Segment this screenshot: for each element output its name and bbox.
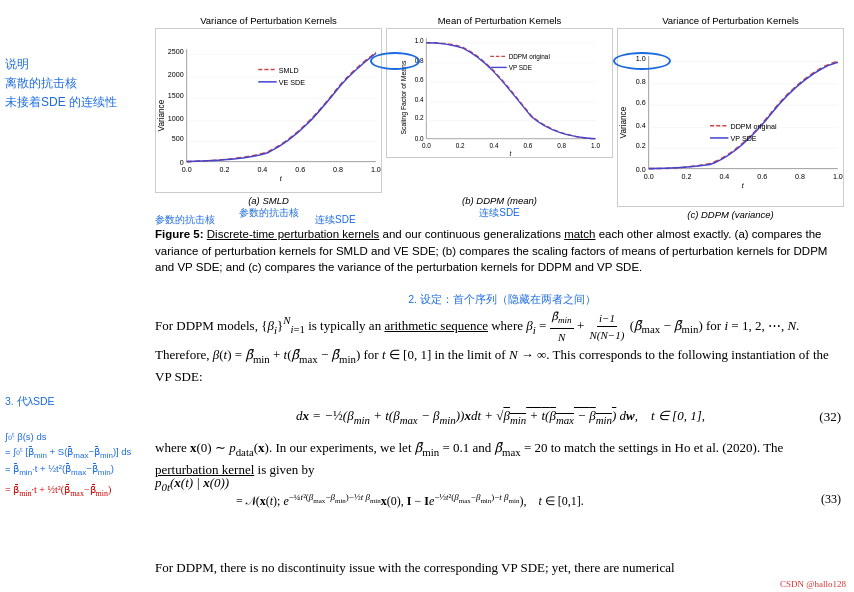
svg-text:0.4: 0.4 (490, 142, 499, 149)
annotation-line1: 说明 (5, 55, 160, 74)
figure-caption: Figure 5: Discrete-time perturbation ker… (155, 226, 846, 276)
ann-eq-red: = β̄min·t + ½t²(β̄max−β̄min) (5, 482, 153, 500)
chart-b-annotation: 连续SDE (479, 206, 520, 220)
charts-area: Variance of Perturbation Kernels Varianc… (155, 15, 844, 220)
ddpm-paragraph: For DDPM models, {βi}Ni=1 is typically a… (155, 308, 846, 387)
chart-a-box: Variance 0 500 1000 1500 2000 2500 0.0 0… (155, 28, 382, 193)
chart-c-title: Variance of Perturbation Kernels (662, 15, 799, 26)
figure-label: Figure 5: (155, 228, 204, 240)
svg-text:0.4: 0.4 (415, 96, 424, 103)
annotation-section2: 2. 设定：首个序列（隐藏在两者之间） (160, 293, 844, 307)
svg-text:Variance: Variance (619, 106, 628, 138)
csdn-watermark: CSDN @hallo128 (780, 579, 846, 589)
svg-text:0.4: 0.4 (719, 173, 729, 181)
svg-text:1000: 1000 (168, 115, 184, 123)
svg-text:0.2: 0.2 (415, 114, 424, 121)
perturbation-kernel-eq: = 𝒩(x(t); e−¼t²(βmax−βmin)−½t βminx(0), … (155, 490, 846, 511)
svg-text:VP SDE: VP SDE (509, 64, 532, 71)
svg-text:0.0: 0.0 (182, 166, 192, 174)
svg-text:1.0: 1.0 (415, 37, 424, 44)
chart-c-label: (c) DDPM (variance) (687, 209, 774, 220)
svg-text:SMLD: SMLD (279, 67, 299, 75)
svg-text:Scaling Factor of Means: Scaling Factor of Means (400, 60, 408, 134)
svg-text:0.0: 0.0 (644, 173, 654, 181)
svg-text:Variance: Variance (157, 99, 166, 131)
svg-text:0.8: 0.8 (415, 57, 424, 64)
svg-text:DDPM original: DDPM original (731, 123, 777, 131)
svg-text:VE SDE: VE SDE (279, 79, 305, 87)
svg-text:0.6: 0.6 (523, 142, 532, 149)
svg-text:0.4: 0.4 (257, 166, 267, 174)
svg-text:1.0: 1.0 (833, 173, 843, 181)
svg-text:t: t (510, 150, 512, 157)
svg-text:0.4: 0.4 (636, 122, 646, 130)
svg-text:0.8: 0.8 (557, 142, 566, 149)
svg-text:t: t (742, 182, 745, 190)
svg-text:1.0: 1.0 (371, 166, 381, 174)
annotation-section3: 3. 代λSDE (5, 395, 55, 409)
chart-b-svg: Scaling Factor of Means 0.0 0.2 0.4 0.6 … (387, 29, 612, 157)
svg-text:1500: 1500 (168, 92, 184, 100)
chart-a-title: Variance of Perturbation Kernels (200, 15, 337, 26)
svg-text:0.6: 0.6 (295, 166, 305, 174)
chart-a-label: (a) SMLD (248, 195, 289, 206)
svg-text:1.0: 1.0 (591, 142, 600, 149)
page-container: 说明 离散的抗击核 未接着SDE 的连续性 Variance of Pertur… (0, 0, 854, 592)
svg-text:t: t (280, 175, 283, 183)
svg-text:0.2: 0.2 (456, 142, 465, 149)
svg-text:0.6: 0.6 (757, 173, 767, 181)
annotation-bottom-left: ∫₀ᵗ β(s) ds = ∫₀ᵗ [β̄min + S(β̄max−β̄min… (5, 430, 153, 501)
chart-a-container: Variance of Perturbation Kernels Varianc… (155, 15, 382, 220)
eq32-number: (32) (819, 409, 841, 425)
chart-a-svg: Variance 0 500 1000 1500 2000 2500 0.0 0… (156, 29, 381, 192)
svg-text:500: 500 (172, 135, 184, 143)
chart-b-box: Scaling Factor of Means 0.0 0.2 0.4 0.6 … (386, 28, 613, 158)
svg-text:0.8: 0.8 (333, 166, 343, 174)
chart-c-svg: Variance 0.0 0.2 0.4 0.6 0.8 1.0 0.0 0.2… (618, 29, 843, 206)
ann-integral2: = ∫₀ᵗ [β̄min + S(β̄max−β̄min)] ds (5, 445, 153, 462)
svg-text:VP SDE: VP SDE (731, 135, 757, 143)
svg-text:0.0: 0.0 (422, 142, 431, 149)
svg-text:2500: 2500 (168, 48, 184, 56)
pk-eq-number: (33) (821, 490, 841, 509)
svg-text:0.2: 0.2 (636, 142, 646, 150)
svg-text:0.6: 0.6 (636, 99, 646, 107)
ann-integral3: = β̄min·t + ½t²(β̄max−β̄min) (5, 462, 153, 479)
svg-text:0.2: 0.2 (220, 166, 230, 174)
annotation-line2: 离散的抗击核 (5, 74, 160, 93)
chart-b-container: Mean of Perturbation Kernels Scaling Fac… (386, 15, 613, 220)
annotation-line3: 未接着SDE 的连续性 (5, 93, 160, 112)
bottom-text: For DDPM, there is no discontinuity issu… (155, 560, 846, 576)
annotation-discrete: 参数的抗击核 (155, 213, 215, 227)
svg-text:0.6: 0.6 (415, 76, 424, 83)
eq32-content: dx = −½(βmin + t(βmax − βmin))xdt + √βmi… (296, 408, 705, 426)
svg-text:2000: 2000 (168, 71, 184, 79)
svg-text:0.2: 0.2 (682, 173, 692, 181)
svg-text:DDPM original: DDPM original (509, 53, 550, 61)
ddpm-text: For DDPM models, {βi}Ni=1 is typically a… (155, 308, 846, 387)
svg-text:0.8: 0.8 (795, 173, 805, 181)
chart-c-container: Variance of Perturbation Kernels Varianc… (617, 15, 844, 220)
chart-b-wrapper: Scaling Factor of Means 0.0 0.2 0.4 0.6 … (386, 28, 613, 193)
ann-integral1: ∫₀ᵗ β(s) ds (5, 430, 153, 445)
chart-c-box: Variance 0.0 0.2 0.4 0.6 0.8 1.0 0.0 0.2… (617, 28, 844, 207)
svg-text:1.0: 1.0 (636, 55, 646, 63)
chart-b-title: Mean of Perturbation Kernels (438, 15, 562, 26)
chart-b-label: (b) DDPM (mean) (462, 195, 537, 206)
annotation-above-caption: 参数的抗击核 连续SDE (155, 213, 356, 227)
pk-eq-content: = 𝒩(x(t); e−¼t²(βmax−βmin)−½t βminx(0), … (155, 494, 584, 508)
where-text: where x(0) ∼ pdata(x). In our experiment… (155, 438, 846, 479)
annotation-left: 说明 离散的抗击核 未接着SDE 的连续性 (5, 55, 160, 113)
svg-text:0.8: 0.8 (636, 78, 646, 86)
equation-32: dx = −½(βmin + t(βmax − βmin))xdt + √βmi… (155, 408, 846, 426)
figure-text1: Discrete-time perturbation kernels (207, 228, 380, 240)
annotation-continuous: 连续SDE (315, 213, 356, 227)
